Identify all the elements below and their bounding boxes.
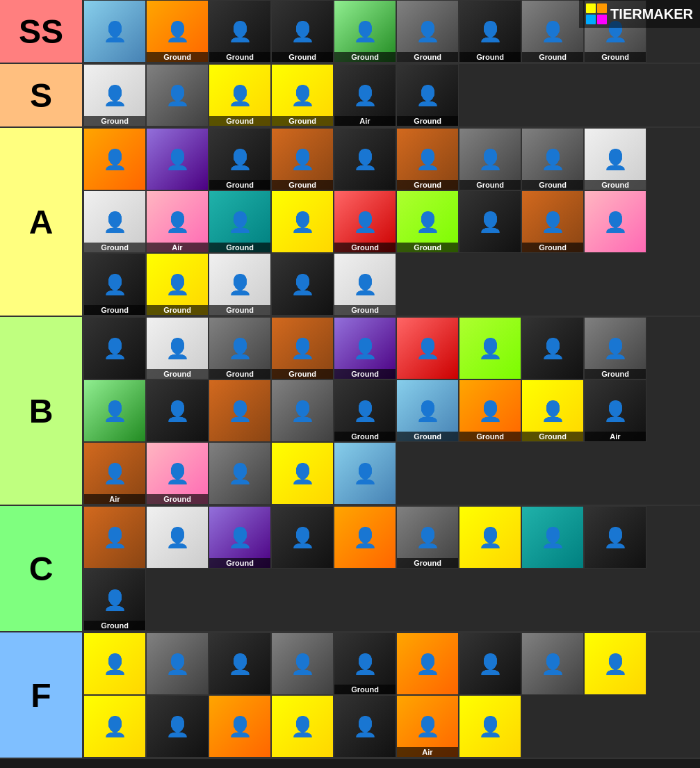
char-cell-Char48[interactable]: 👤 [83, 379, 146, 442]
char-avatar: 👤 [147, 129, 208, 190]
char-cell-Char84[interactable]: 👤 [271, 695, 334, 758]
char-cell-Char22[interactable]: 👤Ground [459, 128, 521, 190]
char-cell-Char66[interactable]: 👤 [334, 506, 396, 569]
char-cell-Char42[interactable]: 👤Ground [271, 317, 334, 379]
char-cell-Char39[interactable]: 👤 [83, 317, 146, 379]
char-cell-Char81[interactable]: 👤 [83, 695, 146, 758]
char-cell-Char78[interactable]: 👤 [459, 632, 521, 695]
char-cell-Char2[interactable]: 👤Ground [146, 0, 209, 63]
char-cell-Char24[interactable]: 👤Ground [584, 128, 646, 190]
char-cell-Char1[interactable]: 👤 [83, 0, 146, 63]
char-cell-Char6[interactable]: 👤Ground [396, 0, 459, 63]
char-cell-Char7[interactable]: 👤Ground [459, 0, 521, 63]
char-cell-Char85[interactable]: 👤 [334, 695, 396, 758]
char-cell-Char75[interactable]: 👤 [271, 632, 334, 695]
char-cell-Char33[interactable]: 👤 [584, 190, 646, 253]
char-cell-Char41[interactable]: 👤Ground [209, 317, 271, 379]
char-cell-Char69[interactable]: 👤 [521, 506, 584, 569]
char-cell-Char18[interactable]: 👤Ground [209, 128, 271, 190]
char-cell-Char10[interactable]: 👤Ground [83, 64, 146, 126]
char-label: Ground [209, 116, 270, 126]
char-cell-Char52[interactable]: 👤Ground [334, 379, 396, 442]
char-cell-Char12[interactable]: 👤Ground [209, 64, 271, 126]
char-avatar: 👤 [522, 318, 583, 379]
char-cell-Char28[interactable]: 👤 [271, 190, 334, 253]
char-cell-Char16[interactable]: 👤 [83, 128, 146, 190]
char-cell-Char11[interactable]: 👤 [146, 64, 209, 126]
char-avatar: 👤 [84, 633, 145, 694]
char-avatar: 👤 [84, 129, 145, 190]
char-label: Ground [397, 243, 458, 252]
char-cell-Char64[interactable]: 👤Ground [209, 506, 271, 569]
char-cell-Char87[interactable]: 👤 [459, 695, 521, 758]
char-cell-Char44[interactable]: 👤 [396, 317, 459, 379]
char-label: Ground [522, 432, 583, 441]
char-cell-Char21[interactable]: 👤Ground [396, 128, 459, 190]
char-cell-Char51[interactable]: 👤 [271, 379, 334, 442]
char-cell-Char17[interactable]: 👤 [146, 128, 209, 190]
char-cell-Char58[interactable]: 👤Ground [146, 442, 209, 505]
char-cell-Char67[interactable]: 👤Ground [396, 506, 459, 569]
char-cell-Char55[interactable]: 👤Ground [521, 379, 584, 442]
char-cell-Char43[interactable]: 👤Ground [334, 317, 396, 379]
char-cell-Char20[interactable]: 👤 [334, 128, 396, 190]
char-cell-Char27[interactable]: 👤Ground [209, 190, 271, 253]
char-cell-Char68[interactable]: 👤 [459, 506, 521, 569]
char-label: Ground [585, 52, 646, 62]
char-cell-Char73[interactable]: 👤 [146, 632, 209, 695]
char-cell-Char83[interactable]: 👤 [209, 695, 271, 758]
tier-content-c: 👤👤👤Ground👤👤👤Ground👤👤👤👤Ground [83, 506, 700, 631]
char-cell-Char76[interactable]: 👤Ground [334, 632, 396, 695]
char-cell-Char30[interactable]: 👤Ground [396, 190, 459, 253]
char-cell-Char38[interactable]: 👤Ground [334, 253, 396, 316]
char-cell-Char14[interactable]: 👤Air [334, 64, 396, 126]
char-cell-Char4[interactable]: 👤Ground [271, 0, 334, 63]
char-cell-Char34[interactable]: 👤Ground [83, 253, 146, 316]
char-label: Ground [147, 369, 208, 379]
char-cell-Char74[interactable]: 👤 [209, 632, 271, 695]
char-cell-Char70[interactable]: 👤 [584, 506, 646, 569]
char-cell-Char37[interactable]: 👤 [271, 253, 334, 316]
char-cell-Char32[interactable]: 👤Ground [521, 190, 584, 253]
char-cell-Char59[interactable]: 👤 [209, 442, 271, 505]
char-cell-Char36[interactable]: 👤Ground [209, 253, 271, 316]
char-avatar: 👤 [84, 380, 145, 441]
char-cell-Char82[interactable]: 👤 [146, 695, 209, 758]
char-cell-Char72[interactable]: 👤 [83, 632, 146, 695]
char-label: Ground [334, 52, 396, 62]
char-cell-Char46[interactable]: 👤 [521, 317, 584, 379]
char-cell-Char45[interactable]: 👤 [459, 317, 521, 379]
char-cell-Char57[interactable]: 👤Air [83, 442, 146, 505]
char-cell-Char50[interactable]: 👤 [209, 379, 271, 442]
char-cell-Char5[interactable]: 👤Ground [334, 0, 396, 63]
char-cell-Char25[interactable]: 👤Ground [83, 190, 146, 253]
char-cell-Char13[interactable]: 👤Ground [271, 64, 334, 126]
char-avatar: 👤 [585, 633, 646, 694]
char-cell-Char60[interactable]: 👤 [271, 442, 334, 505]
char-cell-Char79[interactable]: 👤 [521, 632, 584, 695]
char-cell-Char53[interactable]: 👤Ground [396, 379, 459, 442]
char-cell-Char3[interactable]: 👤Ground [209, 0, 271, 63]
char-cell-Char62[interactable]: 👤 [83, 506, 146, 569]
char-cell-Char63[interactable]: 👤 [146, 506, 209, 569]
char-cell-Char49[interactable]: 👤 [146, 379, 209, 442]
char-cell-Char23[interactable]: 👤Ground [521, 128, 584, 190]
char-cell-Char8[interactable]: 👤Ground [521, 0, 584, 63]
char-cell-Char26[interactable]: 👤Air [146, 190, 209, 253]
char-cell-Char29[interactable]: 👤Ground [334, 190, 396, 253]
char-cell-Char40[interactable]: 👤Ground [146, 317, 209, 379]
char-cell-Char19[interactable]: 👤Ground [271, 128, 334, 190]
char-cell-Char56[interactable]: 👤Air [584, 379, 646, 442]
char-cell-Char77[interactable]: 👤 [396, 632, 459, 695]
char-cell-Char86[interactable]: 👤Air [396, 695, 459, 758]
char-cell-Char80[interactable]: 👤 [584, 632, 646, 695]
char-cell-Char47[interactable]: 👤Ground [584, 317, 646, 379]
char-cell-Char65[interactable]: 👤 [271, 506, 334, 569]
char-cell-Char31[interactable]: 👤 [459, 190, 521, 253]
char-cell-Char71[interactable]: 👤Ground [83, 569, 146, 631]
char-label: Ground [397, 116, 458, 126]
char-cell-Char61[interactable]: 👤 [334, 442, 396, 505]
char-cell-Char54[interactable]: 👤Ground [459, 379, 521, 442]
char-cell-Char15[interactable]: 👤Ground [396, 64, 459, 126]
char-cell-Char35[interactable]: 👤Ground [146, 253, 209, 316]
